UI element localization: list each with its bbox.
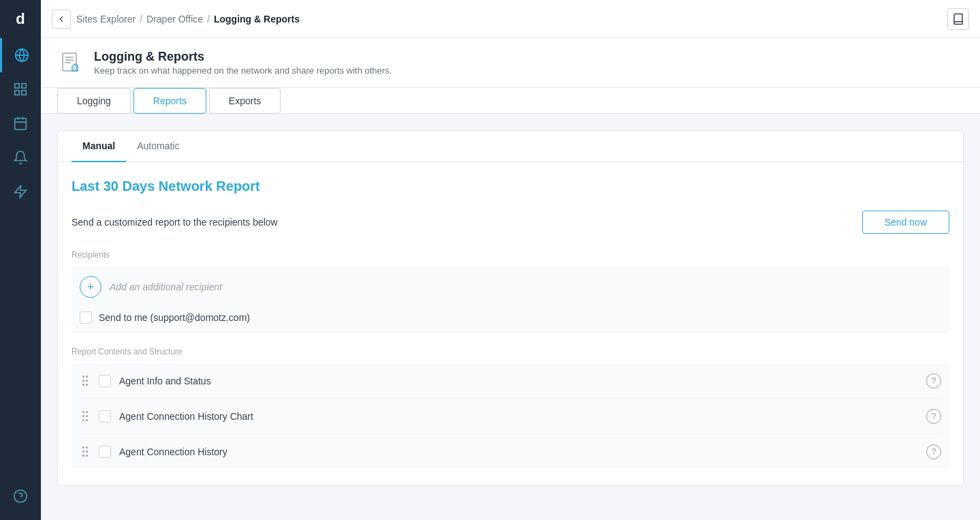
help-icon-2[interactable]: ? [926, 444, 941, 459]
left-navigation: d [0, 0, 41, 520]
report-item-2: Agent Connection History ? [80, 434, 941, 469]
nav-item-bell[interactable] [0, 140, 41, 174]
add-recipient-button[interactable]: + [80, 276, 101, 298]
help-icon-0[interactable]: ? [926, 373, 941, 388]
item-checkbox-1[interactable] [99, 410, 111, 423]
logging-reports-icon [57, 49, 84, 76]
drag-handle-1[interactable] [80, 408, 91, 424]
svg-rect-5 [22, 91, 26, 95]
breadcrumb-sep-1: / [140, 14, 142, 25]
breadcrumb: Sites Explorer / Draper Office / Logging… [76, 14, 300, 25]
page-description: Keep track on what happened on the netwo… [94, 65, 392, 76]
svg-rect-3 [22, 84, 26, 88]
report-item-text-0: Agent Info and Status [119, 376, 918, 386]
item-checkbox-0[interactable] [99, 375, 111, 387]
breadcrumb-sep-2: / [207, 14, 210, 25]
back-button[interactable] [52, 10, 71, 29]
inner-tab-automatic[interactable]: Automatic [126, 131, 190, 162]
help-icon-1[interactable]: ? [926, 409, 941, 424]
send-to-me-label: Send to me (support@domotz.com) [99, 312, 250, 323]
recipients-section: Recipients + Add an additional recipient… [72, 250, 949, 333]
send-to-me-row: Send to me (support@domotz.com) [80, 305, 941, 331]
drag-handle-0[interactable] [80, 373, 91, 388]
nav-item-grid[interactable] [0, 72, 41, 106]
tab-reports[interactable]: Reports [133, 88, 206, 114]
report-title: Last 30 Days Network Report [72, 179, 949, 194]
top-bar: Sites Explorer / Draper Office / Logging… [41, 0, 980, 38]
send-description: Send a customized report to the recipien… [72, 217, 278, 228]
contents-section: Report Contents and Structure Agent Info… [72, 347, 949, 469]
main-card: Manual Automatic Last 30 Days Network Re… [57, 130, 964, 486]
tab-exports[interactable]: Exports [209, 88, 281, 114]
svg-rect-2 [15, 84, 19, 88]
book-icon-button[interactable] [947, 8, 969, 30]
logo-letter: d [16, 10, 25, 28]
report-item-1: Agent Connection History Chart ? [80, 399, 941, 434]
inner-tab-manual[interactable]: Manual [72, 131, 126, 162]
page-header-text: Logging & Reports Keep track on what hap… [94, 50, 392, 76]
item-checkbox-2[interactable] [99, 446, 111, 458]
tab-logging[interactable]: Logging [57, 88, 131, 114]
breadcrumb-sites[interactable]: Sites Explorer [76, 14, 136, 25]
main-area: Sites Explorer / Draper Office / Logging… [41, 0, 980, 520]
tabs-row: Logging Reports Exports [41, 88, 980, 114]
drag-handle-2[interactable] [80, 444, 91, 459]
svg-rect-4 [15, 91, 19, 95]
send-to-me-checkbox[interactable] [80, 311, 92, 324]
top-bar-left: Sites Explorer / Draper Office / Logging… [52, 10, 300, 29]
svg-rect-6 [15, 119, 27, 130]
breadcrumb-draper[interactable]: Draper Office [146, 14, 203, 25]
add-recipient-row: + Add an additional recipient [80, 269, 941, 305]
report-section: Last 30 Days Network Report Send a custo… [58, 162, 963, 485]
report-item-text-1: Agent Connection History Chart [119, 411, 918, 422]
send-row: Send a customized report to the recipien… [72, 211, 949, 234]
breadcrumb-current: Logging & Reports [214, 14, 300, 25]
add-recipient-label: Add an additional recipient [110, 281, 222, 292]
content-area: Manual Automatic Last 30 Days Network Re… [41, 114, 980, 520]
nav-item-help[interactable] [0, 479, 41, 513]
nav-item-globe[interactable] [0, 38, 41, 72]
send-now-button[interactable]: Send now [862, 211, 949, 234]
recipients-label: Recipients [72, 250, 949, 260]
page-header: Logging & Reports Keep track on what hap… [41, 38, 980, 88]
logo[interactable]: d [0, 0, 41, 38]
report-item-0: Agent Info and Status ? [80, 363, 941, 399]
nav-item-lightning[interactable] [0, 174, 41, 209]
page-title: Logging & Reports [94, 50, 392, 64]
inner-tabs: Manual Automatic [58, 131, 963, 162]
contents-label: Report Contents and Structure [72, 347, 949, 356]
report-item-text-2: Agent Connection History [119, 446, 918, 457]
nav-item-calendar[interactable] [0, 106, 41, 140]
